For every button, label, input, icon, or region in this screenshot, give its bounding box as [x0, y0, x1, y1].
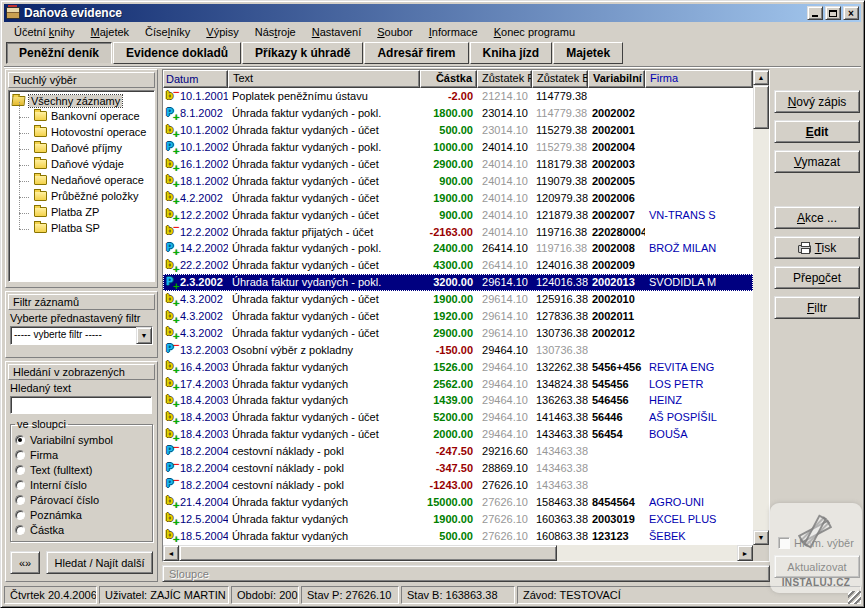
- radio-castka[interactable]: Částka: [15, 522, 148, 537]
- novy-zapis-button[interactable]: Nový zápis: [774, 90, 860, 113]
- horizontal-scroll-track[interactable]: [557, 545, 737, 561]
- tab-adresar-firem[interactable]: Adresář firem: [364, 42, 468, 64]
- tree-item-danove-prijmy[interactable]: Daňové příjmy: [10, 140, 153, 156]
- menu-item-nastaveni[interactable]: Nastavení: [304, 24, 370, 40]
- radio-icon[interactable]: [15, 465, 25, 475]
- tree-item-prubezne-polozky[interactable]: Průběžné položky: [10, 188, 153, 204]
- tree-item-nedanove-operace[interactable]: Nedaňové operace: [10, 172, 153, 188]
- table-row[interactable]: b+16.4.2003Úhrada faktur vydaných1526.00…: [163, 358, 753, 375]
- refresh-button[interactable]: Aktualizovat: [774, 555, 860, 578]
- tab-prikazy-k-uhrade[interactable]: Příkazy k úhradě: [242, 42, 363, 64]
- search-input[interactable]: [10, 396, 152, 414]
- table-row[interactable]: P+14.2.2002Úhrada faktur vydaných - pokl…: [163, 240, 753, 257]
- tab-evidence-dokladu[interactable]: Evidence dokladů: [113, 42, 241, 64]
- table-vertical-scrollbar[interactable]: ▲ ▼: [753, 70, 769, 545]
- column-header-datum[interactable]: Datum: [163, 70, 228, 88]
- tree-item-bankovni-operace[interactable]: Bankovní operace: [10, 108, 153, 124]
- column-header-firma[interactable]: Firma: [645, 70, 753, 88]
- menu-item-nastroje[interactable]: Nástroje: [247, 24, 304, 40]
- table-row[interactable]: P+2.3.2002Úhrada faktur vydaných - pokl.…: [163, 274, 753, 291]
- menu-item-informace[interactable]: Informace: [421, 24, 486, 40]
- filtr-button[interactable]: Filtr: [774, 296, 860, 319]
- table-row[interactable]: b+22.2.2002Úhrada faktur vydaných - účet…: [163, 257, 753, 274]
- column-header-variabilni-sym[interactable]: Variabilní sym...: [588, 70, 645, 88]
- tree-item-hotovostni-operace[interactable]: Hotovostní operace: [10, 124, 153, 140]
- scroll-up-icon[interactable]: ▲: [753, 70, 769, 85]
- tab-penezni-denik[interactable]: Peněžní deník: [6, 42, 112, 64]
- column-header-zustatek-p[interactable]: Zůstatek P: [477, 70, 532, 88]
- table-row[interactable]: P−18.2.2004cestovní náklady - pokl-1243.…: [163, 476, 753, 493]
- table-row[interactable]: b+12.5.2004Úhrada faktur vydaných1900.00…: [163, 510, 753, 527]
- menu-item-konec-programu[interactable]: Konec programu: [486, 24, 583, 40]
- radio-icon[interactable]: [15, 480, 25, 490]
- table-row[interactable]: b−10.1.2001Poplatek peněžnímu ústavu-2.0…: [163, 88, 753, 105]
- radio-poznamka[interactable]: Poznámka: [15, 507, 148, 522]
- akce-button[interactable]: Akce ...: [774, 206, 860, 229]
- radio-icon[interactable]: [15, 450, 25, 460]
- radio-icon[interactable]: [15, 525, 25, 535]
- table-horizontal-scrollbar[interactable]: ◄ ►: [163, 545, 753, 561]
- menu-item-ucetni-knihy[interactable]: Účetní knihy: [6, 24, 83, 40]
- close-button[interactable]: ×: [843, 6, 859, 20]
- menu-item-soubor[interactable]: Soubor: [369, 24, 420, 40]
- table-row[interactable]: P−18.2.2004cestovní náklady - pokl-247.5…: [163, 443, 753, 460]
- table-row[interactable]: b+12.2.2002Úhrada faktur vydaných - účet…: [163, 206, 753, 223]
- table-row[interactable]: b+18.4.2003Úhrada faktur vydaných1439.00…: [163, 392, 753, 409]
- table-row[interactable]: b+10.1.2002Úhrada faktur vydaných - účet…: [163, 122, 753, 139]
- prepocet-button[interactable]: Přepočet: [774, 266, 860, 289]
- column-header-text[interactable]: Text: [228, 70, 420, 88]
- table-row[interactable]: b+18.4.2003Úhrada faktur vydaných - účet…: [163, 409, 753, 426]
- table-row[interactable]: P−13.2.2003Osobní výběr z pokladny-150.0…: [163, 341, 753, 358]
- checkbox-icon[interactable]: [778, 537, 790, 549]
- tisk-button[interactable]: Tisk: [774, 236, 860, 259]
- tree-item-vsechny-zaznamy[interactable]: Všechny záznamy: [10, 94, 153, 108]
- menu-item-vypisy[interactable]: Výpisy: [198, 24, 246, 40]
- table-row[interactable]: P+8.1.2002Úhrada faktur vydaných - pokl.…: [163, 105, 753, 122]
- tree-item-platba-sp[interactable]: Platba SP: [10, 220, 153, 236]
- columns-button[interactable]: Sloupce: [162, 565, 770, 582]
- table-row[interactable]: b−12.2.2002Úhrada faktur přijatých - úče…: [163, 223, 753, 240]
- tree-item-platba-zp[interactable]: Platba ZP: [10, 204, 153, 220]
- table-row[interactable]: b+4.3.2002Úhrada faktur vydaných - účet1…: [163, 308, 753, 325]
- radio-variabilni-symbol[interactable]: Variabilní symbol: [15, 432, 148, 447]
- scroll-left-icon[interactable]: ◄: [163, 545, 179, 561]
- table-row[interactable]: P+10.1.2002Úhrada faktur vydaných - pokl…: [163, 139, 753, 156]
- filter-combobox[interactable]: ----- vyberte filtr ----- ▼: [10, 326, 153, 345]
- table-row[interactable]: b+21.4.2004Úhrada faktur vydaných15000.0…: [163, 493, 753, 510]
- radio-text-fulltext[interactable]: Text (fulltext): [15, 462, 148, 477]
- table-row[interactable]: b+17.4.2003Úhrada faktur vydaných2562.00…: [163, 375, 753, 392]
- minimize-button[interactable]: [807, 6, 823, 20]
- edit-button[interactable]: Edit: [774, 120, 860, 143]
- table-row[interactable]: b+18.5.2004Úhrada faktur vydaných500.002…: [163, 527, 753, 544]
- radio-icon[interactable]: [15, 495, 25, 505]
- chevron-down-icon[interactable]: ▼: [136, 327, 152, 344]
- vertical-scroll-track[interactable]: [753, 129, 769, 530]
- table-row[interactable]: b+18.1.2002Úhrada faktur vydaných - účet…: [163, 172, 753, 189]
- radio-icon[interactable]: [15, 510, 25, 520]
- menu-item-ciselniky[interactable]: Číselníky: [137, 24, 198, 40]
- tree-item-danove-vydaje[interactable]: Daňové výdaje: [10, 156, 153, 172]
- vymazat-button[interactable]: Vymazat: [774, 150, 860, 173]
- tab-majetek[interactable]: Majetek: [553, 42, 623, 64]
- column-header-zustatek-b[interactable]: Zůstatek B: [532, 70, 588, 88]
- bulk-select-checkbox[interactable]: Hrom. výběr: [778, 537, 860, 549]
- table-row[interactable]: b+4.3.2002Úhrada faktur vydaných - účet1…: [163, 291, 753, 308]
- radio-icon[interactable]: [15, 435, 25, 445]
- table-row[interactable]: b+16.1.2002Úhrada faktur vydaných - účet…: [163, 156, 753, 173]
- radio-interni-cislo[interactable]: Interní číslo: [15, 477, 148, 492]
- table-row[interactable]: b+4.2.2002Úhrada faktur vydaných - účet1…: [163, 189, 753, 206]
- horizontal-scroll-thumb[interactable]: [179, 545, 557, 561]
- scroll-down-icon[interactable]: ▼: [753, 530, 769, 545]
- radio-parovaci-cislo[interactable]: Párovací číslo: [15, 492, 148, 507]
- previous-match-button[interactable]: «»: [10, 551, 40, 574]
- scroll-right-icon[interactable]: ►: [737, 545, 753, 561]
- resize-grip[interactable]: [848, 591, 861, 604]
- table-row[interactable]: b+4.3.2002Úhrada faktur vydaných - účet2…: [163, 324, 753, 341]
- radio-firma[interactable]: Firma: [15, 447, 148, 462]
- table-row[interactable]: P−18.2.2004cestovní náklady - pokl-347.5…: [163, 460, 753, 477]
- menu-item-majetek[interactable]: Majetek: [83, 24, 138, 40]
- table-row[interactable]: b+18.4.2003Úhrada faktur vydaných - účet…: [163, 426, 753, 443]
- tab-kniha-jizd[interactable]: Kniha jízd: [470, 42, 553, 64]
- vertical-scroll-thumb[interactable]: [753, 85, 769, 129]
- column-header-castka[interactable]: Částka: [420, 70, 477, 88]
